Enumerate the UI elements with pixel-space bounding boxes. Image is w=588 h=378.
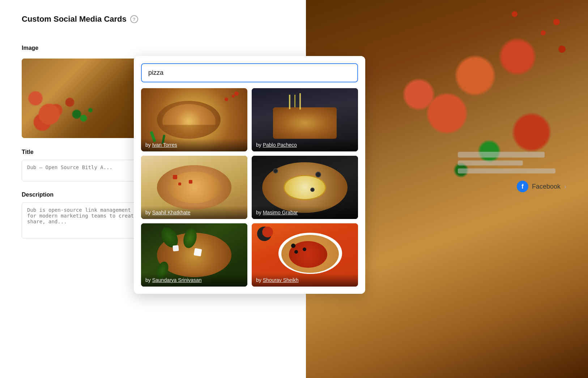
- author-link-1[interactable]: Ivan Torres: [152, 142, 177, 148]
- preview-bar-1: [458, 152, 545, 158]
- image-label: Image: [22, 45, 38, 51]
- decor-tomato-4: [558, 46, 566, 53]
- preview-bar-2: [458, 160, 523, 166]
- grid-credit-6: by Shourav Sheikh: [256, 277, 299, 283]
- image-grid: by Ivan Torres by Pablo Pacheco by: [141, 88, 358, 287]
- grid-item-5[interactable]: by Saundarya Srinivasan: [141, 223, 247, 287]
- page-title-text: Custom Social Media Cards: [22, 14, 127, 24]
- grid-item-4[interactable]: by Masimo Grabar: [252, 156, 358, 219]
- grid-overlay-5: by Saundarya Srinivasan: [141, 274, 247, 287]
- grid-overlay-2: by Pablo Pacheco: [252, 138, 358, 151]
- grid-item-1[interactable]: by Ivan Torres: [141, 88, 247, 151]
- facebook-badge: f Facebook ›: [458, 181, 566, 192]
- search-input[interactable]: [141, 63, 358, 82]
- grid-credit-1: by Ivan Torres: [145, 142, 177, 148]
- grid-credit-4: by Masimo Grabar: [256, 210, 298, 215]
- author-link-2[interactable]: Pablo Pacheco: [263, 142, 297, 148]
- grid-item-6[interactable]: by Shourav Sheikh: [252, 223, 358, 287]
- grid-overlay-4: by Masimo Grabar: [252, 206, 358, 219]
- decor-tomato-2: [541, 30, 546, 35]
- grid-credit-3: by Saahil Khatkhate: [145, 210, 191, 215]
- arrow-right-icon: ›: [564, 183, 566, 190]
- grid-overlay-3: by Saahil Khatkhate: [141, 206, 247, 219]
- page-title: Custom Social Media Cards ?: [22, 14, 138, 24]
- author-link-3[interactable]: Saahil Khatkhate: [152, 210, 191, 215]
- grid-overlay-1: by Ivan Torres: [141, 138, 247, 151]
- author-link-6[interactable]: Shourav Sheikh: [263, 277, 299, 283]
- grid-overlay-6: by Shourav Sheikh: [252, 274, 358, 287]
- facebook-label: Facebook: [532, 183, 561, 190]
- image-search-modal: by Ivan Torres by Pablo Pacheco by: [134, 56, 365, 294]
- preview-panel: f Facebook ›: [458, 152, 566, 192]
- search-input-wrapper: [141, 63, 358, 82]
- grid-item-3[interactable]: by Saahil Khatkhate: [141, 156, 247, 219]
- facebook-icon: f: [517, 181, 528, 192]
- grid-item-2[interactable]: by Pablo Pacheco: [252, 88, 358, 151]
- grid-credit-2: by Pablo Pacheco: [256, 142, 297, 148]
- grid-credit-5: by Saundarya Srinivasan: [145, 277, 202, 283]
- preview-bar-3: [458, 168, 555, 173]
- author-link-5[interactable]: Saundarya Srinivasan: [152, 277, 202, 283]
- help-icon[interactable]: ?: [130, 15, 138, 23]
- author-link-4[interactable]: Masimo Grabar: [263, 210, 298, 215]
